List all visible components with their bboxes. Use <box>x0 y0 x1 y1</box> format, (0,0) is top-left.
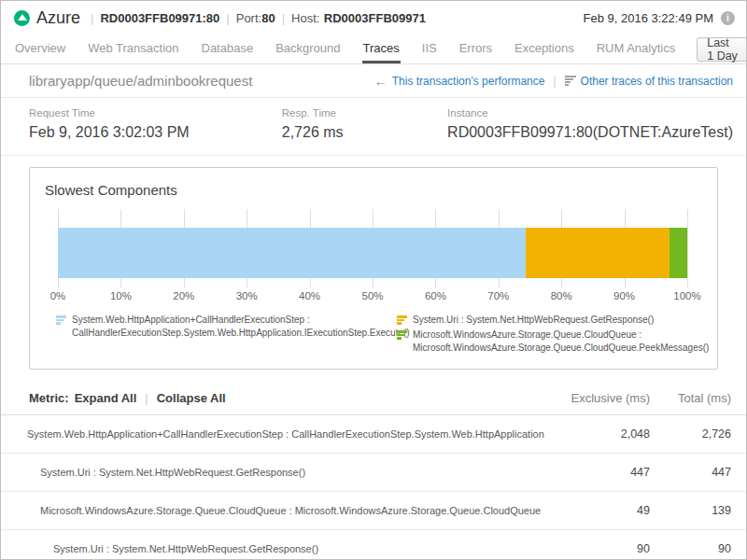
instance-value: RD0003FFB09971:80(DOTNET:AzureTest) <box>447 124 733 141</box>
metric-label: Metric: <box>29 391 69 405</box>
exclusive-ms: 90 <box>552 542 650 555</box>
chart-plot-area <box>58 209 687 287</box>
tab-errors[interactable]: Errors <box>458 35 493 63</box>
tick-label: 70% <box>487 290 509 301</box>
instance-label: Instance <box>447 107 733 119</box>
instance-id: RD0003FFB09971:80 <box>100 11 219 25</box>
response-time-label: Resp. Time <box>282 107 447 119</box>
tick-label: 60% <box>425 290 446 301</box>
axis-labels: 0%10%20%30%40%50%60%70%80%90%100% <box>58 290 687 304</box>
stacked-bar <box>58 228 687 278</box>
table-row[interactable]: ▼ Microsoft.WindowsAzure.Storage.Queue.C… <box>1 492 746 530</box>
legend-label: Microsoft.WindowsAzure.Storage.Queue.Clo… <box>413 329 709 355</box>
exclusive-ms: 2,048 <box>552 427 650 441</box>
app-identity: Azure | RD0003FFB09971:80 | Port:80 | Ho… <box>14 8 426 28</box>
port-label: Port: <box>236 11 261 25</box>
top-bar-right: Feb 9, 2016 3:22:49 PM i <box>584 11 735 25</box>
metric-name: System.Uri : System.Net.HttpWebRequest.G… <box>53 543 552 554</box>
tab-iis[interactable]: IIS <box>421 35 438 63</box>
metric-table-header: Metric: Expand All | Collapse All Exclus… <box>1 381 746 415</box>
trace-list-icon <box>565 76 576 86</box>
tab-traces[interactable]: Traces <box>362 35 401 63</box>
nav-buttons: Last 1 Day ▼ <box>697 35 747 63</box>
tabs: Overview Web Transaction Database Backgr… <box>14 35 697 63</box>
slowest-components-panel: Slowest Components 0%10%20%30%40%50%60%7… <box>29 167 718 370</box>
legend-column-left: System.Web.HttpApplication+CallHandlerEx… <box>56 314 397 357</box>
metric-name: ▼ Microsoft.WindowsAzure.Storage.Queue.C… <box>40 505 552 516</box>
bar-segment <box>58 228 526 278</box>
total-ms: 447 <box>650 466 731 479</box>
table-row[interactable]: System.Uri : System.Net.HttpWebRequest.G… <box>1 530 746 560</box>
tab-exceptions[interactable]: Exceptions <box>514 35 575 63</box>
app-window: Azure | RD0003FFB09971:80 | Port:80 | Ho… <box>0 0 747 560</box>
exclusive-ms: 447 <box>552 466 650 479</box>
request-time-value: Feb 9, 2016 3:02:03 PM <box>29 124 282 141</box>
divider: | <box>553 75 556 88</box>
legend-item: System.Uri : System.Net.HttpWebRequest.G… <box>397 314 709 327</box>
tick-label: 40% <box>299 290 320 301</box>
app-name: Azure <box>36 8 80 28</box>
metric-name: ▼ System.Web.HttpApplication+CallHandler… <box>27 428 552 440</box>
info-icon[interactable]: i <box>721 11 735 25</box>
metric-table: Metric: Expand All | Collapse All Exclus… <box>1 381 746 560</box>
time-range-dropdown[interactable]: Last 1 Day ▼ <box>697 37 747 62</box>
tick-label: 80% <box>551 290 572 301</box>
expand-all-button[interactable]: Expand All <box>75 391 137 405</box>
bar-segment <box>669 228 687 278</box>
table-row[interactable]: ▼ System.Web.HttpApplication+CallHandler… <box>1 415 746 454</box>
tick-line <box>687 209 688 287</box>
trace-header-row: libraryapp/queue/adminbookrequest ← This… <box>1 64 746 98</box>
tick-label: 10% <box>110 290 132 301</box>
instance-field: Instance RD0003FFB09971:80(DOTNET:AzureT… <box>447 107 733 155</box>
divider: | <box>145 391 148 405</box>
trace-bars-icon <box>397 330 407 340</box>
other-traces-link[interactable]: Other traces of this transaction <box>581 75 733 88</box>
table-row[interactable]: System.Uri : System.Net.HttpWebRequest.G… <box>1 454 746 492</box>
tick-label: 100% <box>673 290 700 301</box>
tick-label: 20% <box>173 290 194 301</box>
port-value: 80 <box>261 11 275 25</box>
metric-controls: Metric: Expand All | Collapse All <box>29 391 552 405</box>
tab-rum-analytics[interactable]: RUM Analytics <box>596 35 677 63</box>
total-ms: 90 <box>650 542 731 555</box>
transaction-name: libraryapp/queue/adminbookrequest <box>29 73 252 89</box>
total-ms: 2,726 <box>650 427 731 441</box>
request-time-field: Request Time Feb 9, 2016 3:02:03 PM <box>29 107 282 155</box>
total-ms: 139 <box>650 504 731 517</box>
tick-label: 0% <box>50 290 66 301</box>
legend-label: System.Uri : System.Net.HttpWebRequest.G… <box>413 314 654 327</box>
collapse-all-button[interactable]: Collapse All <box>157 391 226 405</box>
tab-database[interactable]: Database <box>201 35 255 63</box>
tick-label: 90% <box>613 290 635 301</box>
transaction-performance-link[interactable]: This transaction's performance <box>392 75 545 88</box>
legend-item: Microsoft.WindowsAzure.Storage.Queue.Clo… <box>397 329 709 355</box>
chart-legend: System.Web.HttpApplication+CallHandlerEx… <box>30 304 717 369</box>
tab-background[interactable]: Background <box>275 35 341 63</box>
top-bar: Azure | RD0003FFB09971:80 | Port:80 | Ho… <box>1 1 746 35</box>
time-range-label: Last 1 Day <box>707 36 738 63</box>
trace-bars-icon <box>56 315 66 325</box>
legend-item: System.Web.HttpApplication+CallHandlerEx… <box>56 314 397 340</box>
divider: | <box>91 11 93 25</box>
bar-segment <box>526 228 669 278</box>
health-status-icon <box>14 10 30 26</box>
legend-label: System.Web.HttpApplication+CallHandlerEx… <box>72 314 410 340</box>
divider: | <box>282 11 285 25</box>
chart-title: Slowest Components <box>30 168 717 198</box>
tick-label: 50% <box>361 290 383 301</box>
back-arrow-icon: ← <box>374 74 388 89</box>
tab-web-transaction[interactable]: Web Transaction <box>87 35 179 63</box>
host-label: Host: <box>291 11 319 25</box>
divider: | <box>226 11 229 25</box>
trace-links: ← This transaction's performance | Other… <box>374 74 733 89</box>
request-time-label: Request Time <box>29 107 282 119</box>
exclusive-ms: 49 <box>552 504 650 517</box>
current-timestamp: Feb 9, 2016 3:22:49 PM <box>584 11 713 25</box>
tick-label: 30% <box>236 290 258 301</box>
tab-overview[interactable]: Overview <box>14 35 66 63</box>
trace-bars-icon <box>397 315 407 325</box>
tab-bar: Overview Web Transaction Database Backgr… <box>1 35 746 64</box>
up-arrow-icon <box>18 14 27 21</box>
response-time-field: Resp. Time 2,726 ms <box>282 107 447 155</box>
legend-column-right: System.Uri : System.Net.HttpWebRequest.G… <box>397 314 709 357</box>
